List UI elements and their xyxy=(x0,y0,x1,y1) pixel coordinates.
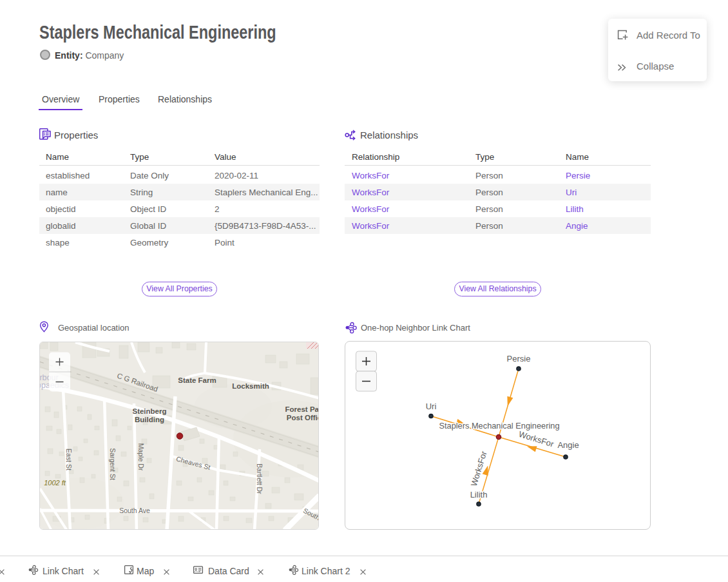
svg-text:Maple Dr: Maple Dr xyxy=(137,443,145,471)
svg-text:WorksFor: WorksFor xyxy=(469,450,489,488)
svg-text:Lilith: Lilith xyxy=(470,490,488,500)
svg-text:East St: East St xyxy=(65,449,73,470)
svg-text:Sargent St: Sargent St xyxy=(109,448,117,480)
svg-text:WorksFor: WorksFor xyxy=(517,429,555,449)
svg-text:Forest Par: Forest Par xyxy=(285,405,319,413)
svg-text:State Farm: State Farm xyxy=(178,376,216,384)
svg-text:Staplers Mechanical Engineerin: Staplers Mechanical Engineering xyxy=(439,421,559,431)
svg-text:Bartlett Dr: Bartlett Dr xyxy=(256,463,263,494)
svg-text:Locksmith: Locksmith xyxy=(232,382,269,390)
svg-text:Uri: Uri xyxy=(426,402,437,411)
svg-text:South Ave: South Ave xyxy=(119,507,150,514)
svg-text:Post Offic: Post Offic xyxy=(287,414,319,422)
svg-text:Building: Building xyxy=(135,416,164,423)
svg-text:Persie: Persie xyxy=(507,354,531,364)
svg-text:1002 ft: 1002 ft xyxy=(44,479,66,487)
svg-text:Steinberg: Steinberg xyxy=(132,407,166,415)
svg-text:Angie: Angie xyxy=(557,440,579,450)
